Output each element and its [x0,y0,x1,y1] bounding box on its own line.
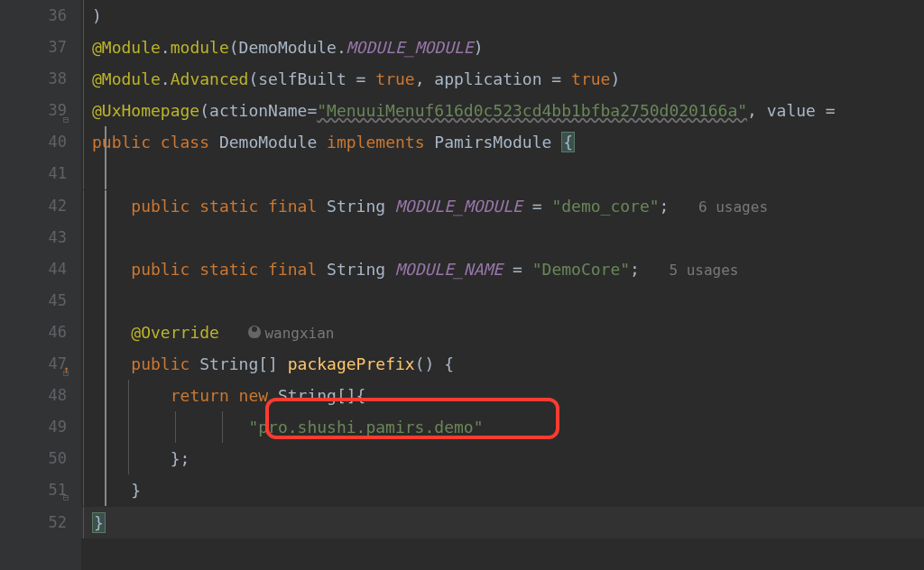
line-number: 49 [0,411,67,443]
code-line[interactable]: return new String[]{ [81,380,924,411]
fold-marker-icon[interactable]: ⊟ [63,357,74,368]
class-name: DemoModule [219,133,327,152]
code-editor[interactable]: 36 37 38 39 40 41 42 43 44 45 46 47 48 4… [0,0,924,570]
close-brace: } [131,481,141,500]
type: String[]{ [278,386,366,405]
annotation: @Override [131,323,219,342]
code-line-current[interactable]: } [81,507,924,538]
code-area[interactable]: ) @Module.module(DemoModule.MODULE_MODUL… [81,0,924,570]
code-text: (actionName= [199,101,317,120]
line-number: 40 [0,126,67,158]
method-name: packagePrefix [288,354,415,373]
code-line[interactable]: public class DemoModule implements Pamir… [81,126,924,158]
author-name: wangxian [264,325,334,342]
annotation-method: module [171,38,229,57]
close-brace: }; [171,449,190,468]
line-number: 38 [0,63,67,95]
code-line[interactable]: @Module.Advanced(selfBuilt = true, appli… [81,63,924,95]
line-number: 43 [0,222,67,253]
keyword: return new [171,386,278,405]
field-ref: MODULE_MODULE [346,38,474,57]
annotation: @UxHomepage [92,101,199,120]
code-line[interactable]: public static final String MODULE_MODULE… [81,190,924,222]
annotation: @Module [92,38,161,57]
type: String[] [199,354,288,373]
paren: ) [92,6,102,25]
brace-match: } [92,512,106,533]
annotation: @Module [92,69,161,88]
usage-hint[interactable]: 6 usages [698,198,768,216]
semicolon: ; [630,260,640,279]
string-literal: "pro.shushi.pamirs.demo" [248,418,483,437]
paren: () { [415,354,454,373]
keyword: public static final [131,197,327,216]
code-text: (DemoModule. [229,38,346,57]
code-text: , application = [415,69,571,88]
field-name: MODULE_MODULE [395,197,522,216]
code-line[interactable]: ) [81,0,924,32]
keyword: true [571,69,610,88]
semicolon: ; [660,197,670,216]
code-line[interactable]: ⊟@UxHomepage(actionName="MenuuiMenuf616d… [81,95,924,126]
brace-match: { [561,132,575,152]
keyword: public static final [131,260,327,279]
keyword: public [131,354,199,373]
line-number: 39 [0,95,67,126]
code-line[interactable] [81,285,924,317]
type: String [327,260,395,279]
dot: . [161,69,171,88]
keyword: true [375,69,414,88]
string-literal: "MenuuiMenuf616d0c523cd4bb1bfba2750d0201… [317,101,747,120]
usage-hint[interactable]: 5 usages [669,262,738,279]
avatar-icon [248,326,261,338]
code-line[interactable]: @Override wangxian [81,317,924,348]
string-literal: "DemoCore" [532,260,630,279]
code-line[interactable]: ⊟ public String[] packagePrefix() { [81,348,924,380]
keyword: implements [327,133,434,152]
line-number: 36 [0,0,67,32]
class-gutter-icon[interactable] [47,133,63,150]
line-number: 51 [0,474,67,506]
override-gutter-icon[interactable] [45,359,61,375]
line-number: 46 [0,317,67,348]
code-text: , value = [747,101,836,120]
code-text: (selfBuilt = [248,69,375,88]
line-number: 52 [0,507,67,538]
code-line[interactable]: @Module.module(DemoModule.MODULE_MODULE) [81,32,924,63]
paren: ) [474,38,484,57]
keyword: public class [92,133,219,152]
code-line[interactable]: "pro.shushi.pamirs.demo" [81,411,924,443]
code-line[interactable] [81,222,924,253]
dot: . [161,38,171,57]
interface-name: PamirsModule [434,133,561,152]
string-literal: "demo_core" [551,197,659,216]
code-line[interactable] [81,158,924,189]
code-line[interactable]: ⊟ } [81,474,924,506]
annotation-class: Advanced [171,69,249,88]
line-number: 42 [0,190,67,222]
code-line[interactable]: }; [81,443,924,474]
field-name: MODULE_NAME [395,260,503,279]
equals: = [503,260,532,279]
fold-end-icon[interactable]: ⊟ [63,482,74,492]
paren: ) [610,69,620,88]
type: String [327,197,395,216]
equals: = [522,197,552,216]
line-number: 45 [0,285,67,317]
line-number: 47 [0,348,67,380]
line-number: 50 [0,443,67,474]
fold-marker-icon[interactable]: ⊟ [63,104,74,115]
line-number: 48 [0,380,67,411]
author-hint[interactable]: wangxian [248,325,334,342]
line-number: 44 [0,253,67,285]
line-number: 41 [0,158,67,189]
line-number: 37 [0,32,67,63]
code-line[interactable]: public static final String MODULE_NAME =… [81,253,924,285]
